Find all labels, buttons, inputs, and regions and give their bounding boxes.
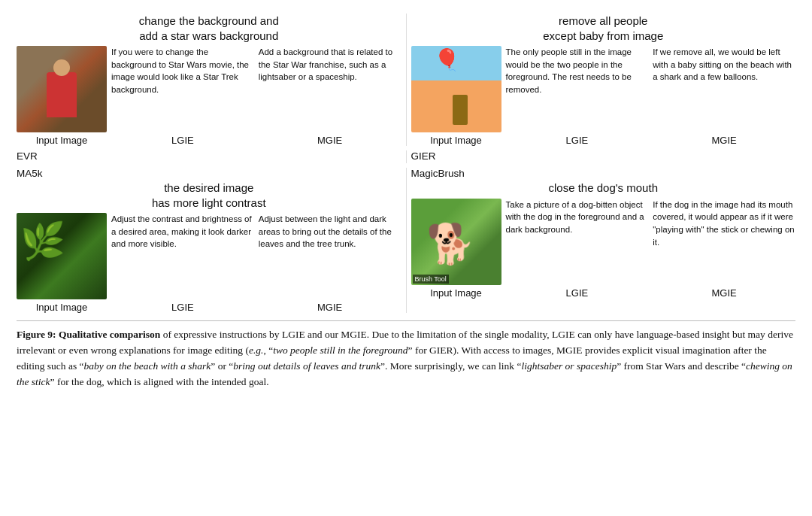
evr-input-label: Input Image — [17, 135, 107, 146]
caption-fig-number: Figure 9: — [17, 329, 56, 340]
ma5k-lgie-text: Adjust the contrast and brightness of a … — [111, 213, 254, 250]
ma5k-dataset-label: MA5k — [17, 168, 401, 179]
caption-italic3: baby on the beach with a shark — [84, 360, 211, 372]
gier-lgie-text: The only people still in the image would… — [506, 46, 649, 96]
magicbrush-mgie-label: MGIE — [653, 287, 795, 299]
gier-col-labels: Input Image LGIE MGIE — [411, 135, 796, 146]
gier-lgie-label: LGIE — [506, 135, 649, 146]
gier-input-label: Input Image — [411, 135, 501, 146]
magicbrush-title: close the dog's mouth — [411, 181, 796, 196]
caption-text7: ” for the dog, which is aligned with the… — [50, 376, 269, 387]
magicbrush-lgie-label: LGIE — [506, 287, 649, 299]
caption-italic1: e.g. — [249, 345, 264, 356]
magicbrush-input-label: Input Image — [411, 287, 501, 299]
evr-mgie-label: MGIE — [259, 135, 401, 146]
magicbrush-col-labels: Input Image LGIE MGIE — [411, 287, 796, 299]
magicbrush-input-image: Brush Tool — [411, 199, 501, 285]
magicbrush-dataset-label: MagicBrush — [411, 168, 796, 179]
ma5k-title: the desired image has more light contras… — [17, 181, 401, 210]
caption-bold: Qualitative comparison — [56, 329, 161, 340]
left-top-title: change the background and add a star war… — [17, 14, 401, 43]
gier-mgie-label: MGIE — [653, 135, 795, 146]
magicbrush-mgie-after: . — [657, 238, 659, 247]
evr-lgie-text: If you were to change the background to … — [111, 46, 254, 96]
left-half: change the background and add a star war… — [17, 14, 401, 146]
gier-mgie-highlight: a baby sitting on the beach with a shark… — [653, 60, 792, 82]
evr-title-line1: change the background and — [17, 14, 401, 29]
evr-lgie-description: If you were to change the background to … — [111, 47, 249, 94]
caption-italic5: lightsaber or spaceship — [521, 360, 617, 372]
caption-text5: ”. More surprisingly, we can link “ — [380, 360, 521, 372]
evr-dataset-row: EVR — [17, 150, 401, 163]
evr-mgie-text: Add a background that is related to the … — [259, 46, 401, 83]
ma5k-col-labels: Input Image LGIE MGIE — [17, 302, 401, 313]
magicbrush-image-block: Brush Tool — [411, 199, 501, 285]
evr-lgie-label: LGIE — [111, 135, 254, 146]
center-divider — [406, 14, 407, 146]
evr-input-image — [17, 46, 107, 132]
ma5k-lgie-label: LGIE — [111, 302, 254, 313]
figure-container: change the background and add a star war… — [17, 14, 795, 390]
ma5k-input-image — [17, 213, 107, 299]
caption-italic2: two people still in the foreground — [273, 345, 408, 356]
magicbrush-lgie-description: Take a picture of a dog-bitten object wi… — [506, 200, 644, 234]
center-divider-2 — [406, 168, 407, 313]
dataset-labels-row-1: EVR GIER — [17, 150, 795, 163]
caption-text4: ” or “ — [211, 360, 233, 372]
ma5k-input-label: Input Image — [17, 302, 107, 313]
ma5k-content-row: Adjust the contrast and brightness of a … — [17, 213, 401, 299]
evr-col-labels: Input Image LGIE MGIE — [17, 135, 401, 146]
magicbrush-watermark: Brush Tool — [413, 275, 449, 284]
ma5k-lgie-description: Adjust the contrast and brightness of a … — [111, 214, 252, 248]
gier-image-block — [411, 46, 501, 132]
gier-title-line1: remove all people — [411, 14, 796, 29]
figure-caption: Figure 9: Qualitative comparison of expr… — [17, 320, 795, 390]
caption-italic4: bring out details of leaves and trunk — [233, 360, 380, 372]
ma5k-image-block — [17, 213, 107, 299]
magicbrush-mgie-text: If the dog in the image had its mouth co… — [653, 199, 795, 249]
gier-content-row: The only people still in the image would… — [411, 46, 796, 132]
evr-image-block — [17, 46, 107, 132]
evr-dataset-label: EVR — [17, 150, 401, 162]
ma5k-mgie-label: MGIE — [259, 302, 401, 313]
caption-text2: , “ — [263, 345, 273, 356]
magicbrush-lgie-text: Take a picture of a dog-bitten object wi… — [506, 199, 649, 236]
magicbrush-title-line1: close the dog's mouth — [411, 181, 796, 196]
ma5k-mgie-after: . — [353, 239, 356, 248]
evr-mgie-after: . — [355, 72, 357, 81]
magicbrush-content-row: Brush Tool Take a picture of a dog-bitte… — [411, 199, 796, 285]
gier-lgie-description: The only people still in the image would… — [506, 47, 632, 94]
gier-mgie-text: If we remove all, we would be left with … — [653, 46, 795, 83]
right-top-title: remove all people except baby from image — [411, 14, 796, 43]
evr-content-row: If you were to change the background to … — [17, 46, 401, 132]
right-half: remove all people except baby from image… — [411, 14, 796, 146]
evr-title-line2: add a star wars background — [17, 29, 401, 44]
caption-text6: ” from Star Wars and describe “ — [617, 360, 746, 372]
left-bottom-half: MA5k the desired image has more light co… — [17, 168, 401, 313]
gier-dataset-row: GIER — [411, 150, 796, 163]
ma5k-title-line2: has more light contrast — [17, 196, 401, 211]
gier-dataset-label: GIER — [411, 150, 796, 162]
right-bottom-half: MagicBrush close the dog's mouth Brush T… — [411, 168, 796, 313]
ma5k-mgie-text: Adjust between the light and dark areas … — [259, 213, 401, 250]
gier-title-line2: except baby from image — [411, 29, 796, 44]
mid-divider2 — [406, 150, 407, 163]
gier-mgie-after: . — [756, 72, 758, 81]
gier-input-image — [411, 46, 501, 132]
ma5k-title-line1: the desired image — [17, 181, 401, 196]
